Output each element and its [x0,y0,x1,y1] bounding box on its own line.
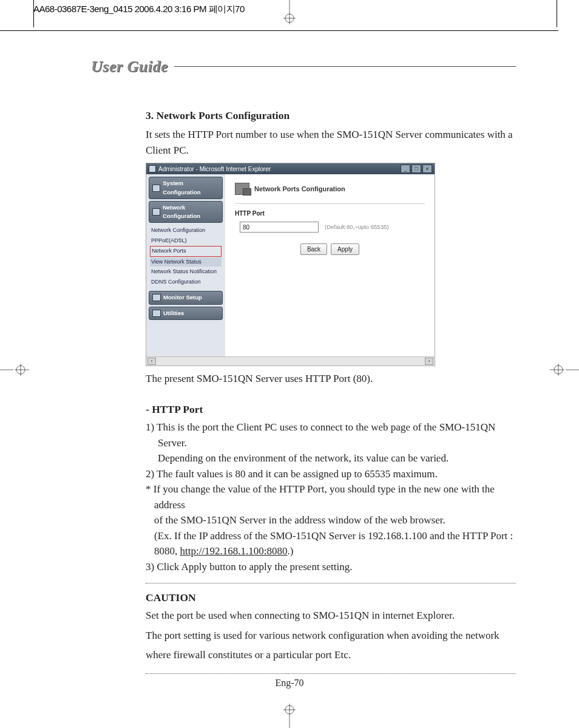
nav-system-configuration[interactable]: System Configuration [149,177,223,199]
sub-item[interactable]: DDNS Configuration [150,277,222,287]
after-figure-text: The present SMO-151QN Server uses HTTP P… [146,371,516,387]
list-item: (Ex. If the IP address of the SMO-151QN … [146,528,516,544]
separator [146,583,516,583]
list-item: 2) The fault values is 80 and it can be … [146,466,516,482]
registration-mark-icon [281,0,298,24]
nav-sublist: Network Configuration PPPoE(ADSL) Networ… [149,225,223,289]
sub-item[interactable]: PPPoE(ADSL) [150,236,222,246]
crop-mark [33,0,35,27]
sub-item-network-ports[interactable]: Network Ports [150,246,222,257]
sidebar: System Configuration Network Configurati… [146,174,225,356]
body-content: 3. Network Ports Configuration It sets t… [146,107,516,674]
list-item: * If you change the value of the HTTP Po… [146,481,516,512]
example-text: 8080, [154,545,180,557]
list-item: 3) Click Apply button to apply the prese… [146,559,516,575]
list-item: Depending on the environment of the netw… [146,451,516,466]
example-text: .) [288,545,294,557]
print-slug: AA68-03687E-3eng_0415 2006.4.20 3:16 PM … [33,2,398,16]
registration-mark-icon [281,704,298,728]
nav-label: System Configuration [163,179,219,197]
http-port-heading: - HTTP Port [146,401,516,417]
page-content: User Guide 3. Network Ports Configuratio… [91,55,516,680]
window-title: Administrator - Microsoft Internet Explo… [158,165,271,174]
panel-title: Network Ports Configuration [254,184,345,194]
list-item: 8080, http://192.168.1.100:8080.) [146,543,516,559]
screenshot-figure: Administrator - Microsoft Internet Explo… [146,163,435,366]
nav-label: Utilities [163,309,184,318]
maximize-button[interactable]: □ [411,165,421,173]
scroll-right-icon[interactable]: › [425,358,433,365]
nav-monitor-setup[interactable]: Monitor Setup [149,291,223,304]
nav-network-configuration[interactable]: Network Configuration [149,201,223,223]
close-button[interactable]: × [422,165,432,173]
main-panel: Network Ports Configuration HTTP Port 80… [225,174,435,356]
horizontal-scrollbar[interactable]: ‹ › [146,356,435,366]
separator [146,673,516,674]
back-button[interactable]: Back [300,243,327,255]
apply-button[interactable]: Apply [331,243,359,255]
registration-mark-icon [550,361,579,378]
sub-item[interactable]: View Network Status [150,257,222,267]
intro-paragraph: It sets the HTTP Port number to use when… [146,127,516,158]
guide-title: User Guide [91,55,174,78]
guide-header: User Guide [91,55,516,78]
caution-text: Set the port be used when connecting to … [146,608,516,624]
field-label-http-port: HTTP Port [235,209,425,218]
sub-item[interactable]: Network Configuration [150,226,222,236]
nav-label: Monitor Setup [163,293,202,302]
nav-label: Network Configuration [163,203,219,221]
section-heading: 3. Network Ports Configuration [146,107,516,123]
monitor-icon [152,294,161,301]
list-item: 1) This is the port the Client PC uses t… [146,420,516,451]
network-icon [152,208,160,216]
list-item: of the SMO-151QN Server in the address w… [146,512,516,528]
header-rule [174,66,516,67]
crop-mark [557,0,558,27]
panel-icon [235,183,249,195]
app-icon [149,165,156,172]
page-number: Eng-70 [0,676,579,690]
nav-utilities[interactable]: Utilities [149,307,223,320]
example-url: http://192.168.1.100:8080 [180,545,288,557]
http-port-input[interactable]: 80 [240,222,319,233]
caution-heading: CAUTION [146,590,516,605]
utilities-icon [152,310,161,317]
sub-item[interactable]: Network Status Notification [150,267,222,277]
window-titlebar: Administrator - Microsoft Internet Explo… [146,163,435,174]
registration-mark-icon [0,361,29,378]
crop-mark [0,30,558,32]
field-hint: (Default:80,~upto 65535) [325,223,388,231]
scroll-left-icon[interactable]: ‹ [147,358,156,365]
system-icon [152,185,160,192]
minimize-button[interactable]: _ [401,165,410,173]
caution-text: The port setting is used for various net… [146,626,516,665]
